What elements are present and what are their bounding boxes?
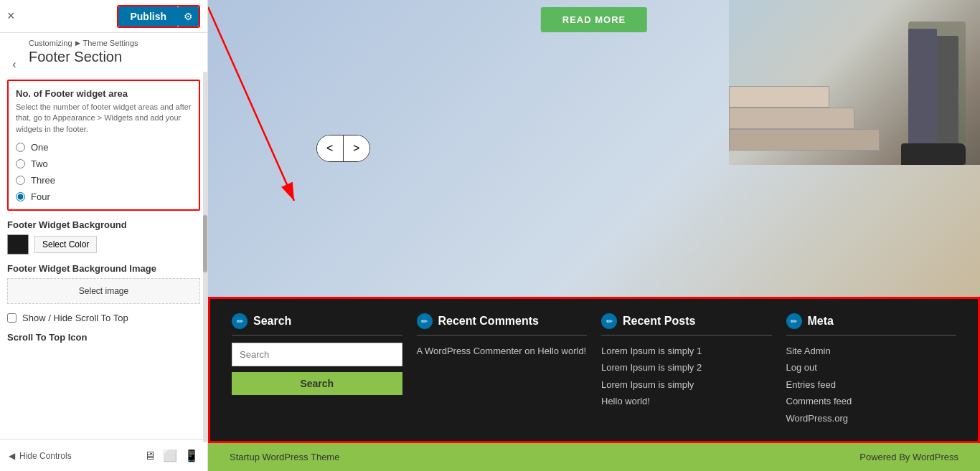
breadcrumb-area: Customizing ▶ Theme Settings Footer Sect…: [0, 33, 207, 72]
recent-comments-widget: ✏ Recent Comments A WordPress Commenter …: [417, 313, 588, 427]
recent-posts-pencil-icon: ✏: [601, 313, 617, 329]
gear-button[interactable]: ⚙: [178, 6, 199, 27]
meta-content: Site Admin Log out Entries feed Comments…: [786, 343, 957, 427]
radio-four-label: Four: [31, 191, 50, 202]
recent-comments-title-row: ✏ Recent Comments: [417, 313, 588, 329]
breadcrumb-theme-settings: Theme Settings: [83, 39, 138, 47]
radio-two[interactable]: Two: [16, 158, 192, 169]
footer-bar-left-text: Startup WordPress Theme: [230, 452, 339, 462]
breadcrumb-sep: ▶: [75, 39, 80, 47]
meta-widget-title: Meta: [808, 315, 834, 328]
select-color-button[interactable]: Select Color: [34, 236, 97, 253]
bottom-controls: ◀ Hide Controls 🖥 ⬜ 📱: [0, 439, 207, 471]
recent-comments-pencil-icon: ✏: [417, 313, 433, 329]
slider-prev-button[interactable]: <: [317, 135, 343, 161]
search-widget-button[interactable]: Search: [232, 372, 402, 395]
scrollbar[interactable]: [203, 72, 207, 442]
hide-controls-button[interactable]: ◀ Hide Controls: [9, 451, 72, 461]
hide-controls-label: Hide Controls: [19, 451, 72, 461]
recent-post-0[interactable]: Lorem Ipsum is simply 1: [601, 343, 772, 359]
scrollbar-thumb[interactable]: [203, 215, 207, 272]
back-arrow[interactable]: ‹: [6, 56, 23, 73]
search-widget-input[interactable]: [232, 343, 402, 366]
meta-pencil-icon: ✏: [786, 313, 802, 329]
scroll-to-top-checkbox[interactable]: [7, 313, 17, 323]
recent-comments-content: A WordPress Commenter on Hello world!: [417, 343, 588, 359]
meta-item-1[interactable]: Log out: [786, 359, 957, 376]
recent-comments-widget-title: Recent Comments: [438, 315, 539, 328]
radio-three-label: Three: [31, 175, 55, 186]
recent-comment-0: A WordPress Commenter on Hello world!: [417, 346, 587, 356]
fw-img-label: Footer Widget Background Image: [7, 263, 200, 274]
sidebar-content: No. of Footer widget area Select the num…: [0, 72, 207, 439]
scroll-to-top-label: Show / Hide Scroll To Top: [22, 313, 128, 323]
scroll-to-top-row: Show / Hide Scroll To Top: [7, 313, 200, 323]
radio-one-input[interactable]: [16, 143, 25, 152]
search-pencil-icon: ✏: [232, 313, 248, 329]
recent-post-2[interactable]: Lorem Ipsum is simply: [601, 376, 772, 393]
recent-posts-widget-title: Recent Posts: [623, 315, 695, 328]
fw-bg-label: Footer Widget Background: [7, 219, 200, 230]
meta-item-4[interactable]: WordPress.org: [786, 410, 957, 427]
recent-posts-title-row: ✏ Recent Posts: [601, 313, 772, 329]
radio-three-input[interactable]: [16, 176, 25, 185]
publish-wrapper: Publish ⚙: [117, 5, 200, 28]
recent-comments-divider: [417, 335, 588, 336]
breadcrumb-customizing: Customizing: [29, 39, 72, 47]
slider-controls: < >: [316, 135, 370, 162]
read-more-button[interactable]: READ MORE: [541, 7, 647, 32]
search-widget: ✏ Search Search: [232, 313, 402, 427]
radio-one[interactable]: One: [16, 142, 192, 153]
footer-widget-bg-section: Footer Widget Background Select Color: [7, 219, 200, 254]
scroll-icon-label: Scroll To Top Icon: [7, 332, 200, 343]
radio-four[interactable]: Four: [16, 191, 192, 202]
preview-area: READ MORE < >: [208, 0, 980, 471]
footer-bar-right-text: Powered By WordPress: [859, 452, 958, 462]
color-picker-row: Select Color: [7, 234, 200, 254]
footer-widgets-grid: ✏ Search Search ✏ Recent Comments A W: [232, 313, 956, 427]
widget-area-section: No. of Footer widget area Select the num…: [7, 80, 200, 211]
meta-widget: ✏ Meta Site Admin Log out Entries feed C…: [786, 313, 957, 427]
recent-post-3[interactable]: Hello world!: [601, 393, 772, 409]
recent-posts-widget: ✏ Recent Posts Lorem Ipsum is simply 1 L…: [601, 313, 772, 427]
publish-button[interactable]: Publish: [118, 6, 178, 27]
footer-widget-bg-image-section: Footer Widget Background Image Select im…: [7, 263, 200, 304]
hero-image: [729, 0, 980, 165]
widget-area-desc: Select the number of footer widget areas…: [16, 102, 192, 135]
back-icon: ◀: [9, 451, 15, 461]
search-widget-title: Search: [253, 315, 291, 328]
meta-title-row: ✏ Meta: [786, 313, 957, 329]
radio-two-input[interactable]: [16, 159, 25, 168]
radio-four-input[interactable]: [16, 192, 25, 201]
tablet-icon[interactable]: ⬜: [163, 449, 177, 462]
recent-posts-content: Lorem Ipsum is simply 1 Lorem Ipsum is s…: [601, 343, 772, 410]
slider-next-button[interactable]: >: [344, 135, 369, 161]
desktop-icon[interactable]: 🖥: [144, 449, 156, 462]
svg-line-1: [208, 7, 294, 201]
radio-one-label: One: [31, 142, 49, 153]
radio-three[interactable]: Three: [16, 175, 192, 186]
close-button[interactable]: ×: [7, 9, 15, 24]
footer-widgets-section: ✏ Search Search ✏ Recent Comments A W: [208, 297, 980, 443]
section-title: Footer Section: [29, 49, 199, 71]
select-image-button[interactable]: Select image: [7, 278, 200, 304]
top-bar: × Publish ⚙: [0, 0, 207, 33]
site-footer-bar: Startup WordPress Theme Powered By WordP…: [208, 443, 980, 471]
meta-item-2[interactable]: Entries feed: [786, 376, 957, 393]
mobile-icon[interactable]: 📱: [184, 449, 199, 462]
meta-item-0[interactable]: Site Admin: [786, 343, 957, 359]
search-divider: [232, 335, 402, 336]
meta-divider: [786, 335, 957, 336]
breadcrumb: Customizing ▶ Theme Settings: [29, 39, 199, 47]
recent-post-1[interactable]: Lorem Ipsum is simply 2: [601, 359, 772, 376]
radio-two-label: Two: [31, 158, 48, 169]
search-widget-title-row: ✏ Search: [232, 313, 402, 329]
widget-area-label: No. of Footer widget area: [16, 88, 192, 99]
color-swatch[interactable]: [7, 234, 29, 254]
recent-posts-divider: [601, 335, 772, 336]
scroll-icon-section: Scroll To Top Icon: [7, 332, 200, 343]
preview-top: READ MORE < >: [208, 0, 980, 297]
sidebar: × Publish ⚙ Customizing ▶ Theme Settings…: [0, 0, 208, 471]
meta-item-3[interactable]: Comments feed: [786, 393, 957, 409]
radio-group: One Two Three Four: [16, 142, 192, 202]
